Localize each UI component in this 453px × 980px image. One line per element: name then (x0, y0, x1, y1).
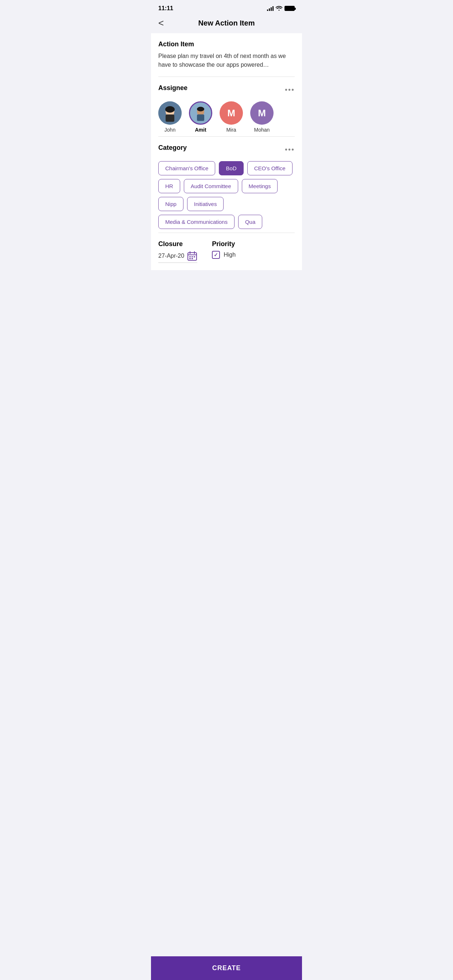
bottom-fields: Closure 27-Apr-20 Priority (158, 233, 295, 270)
avatar-amit (189, 101, 212, 125)
category-header: Category ••• (158, 144, 295, 155)
chip-chairmans-office[interactable]: Chairman's Office (158, 161, 215, 175)
action-item-label: Action Item (158, 40, 295, 48)
svg-rect-2 (166, 115, 174, 122)
assignee-section: Assignee ••• John (158, 77, 295, 137)
spacer (151, 270, 302, 336)
amit-face-svg (190, 101, 211, 125)
priority-value: High (223, 251, 236, 258)
checkbox-check-icon: ✓ (214, 252, 218, 258)
status-time: 11:11 (158, 5, 173, 12)
status-bar: 11:11 (151, 0, 302, 14)
page-title: New Action Item (198, 19, 255, 27)
priority-checkbox[interactable]: ✓ (212, 251, 220, 259)
assignee-name-mohan: Mohan (254, 127, 270, 133)
assignee-name-amit: Amit (195, 127, 206, 133)
svg-rect-16 (191, 258, 193, 259)
battery-icon (284, 6, 295, 11)
svg-rect-13 (191, 256, 193, 258)
category-label: Category (158, 144, 187, 152)
closure-date-value: 27-Apr-20 (158, 253, 184, 259)
chip-initiatives[interactable]: Initiatives (187, 197, 224, 211)
priority-group: Priority ✓ High (212, 240, 236, 263)
chip-nipp[interactable]: Nipp (158, 197, 183, 211)
assignee-mira[interactable]: M Mira (220, 101, 243, 133)
john-face-svg (158, 101, 182, 125)
calendar-icon (187, 251, 197, 261)
action-item-text: Please plan my travel on 4th of next mon… (158, 52, 295, 77)
priority-row: ✓ High (212, 251, 236, 259)
chip-ceos-office[interactable]: CEO's Office (247, 161, 292, 175)
chip-qua[interactable]: Qua (238, 215, 262, 229)
action-item-section: Action Item Please plan my travel on 4th… (158, 40, 295, 77)
svg-point-3 (165, 106, 175, 113)
svg-rect-6 (197, 115, 204, 121)
main-content: Action Item Please plan my travel on 4th… (151, 33, 302, 270)
category-more-button[interactable]: ••• (285, 145, 295, 154)
assignee-label: Assignee (158, 84, 187, 92)
chip-media-comms[interactable]: Media & Communications (158, 215, 234, 229)
assignee-amit[interactable]: Amit (189, 101, 212, 133)
status-icons (267, 5, 295, 12)
chip-audit-committee[interactable]: Audit Committee (184, 179, 238, 193)
header: < New Action Item (151, 14, 302, 33)
svg-rect-12 (189, 256, 191, 258)
signal-icon (267, 6, 274, 11)
chip-hr[interactable]: HR (158, 179, 180, 193)
chip-meetings[interactable]: Meetings (242, 179, 278, 193)
closure-date-row[interactable]: 27-Apr-20 (158, 251, 197, 263)
categories-grid: Chairman's Office BoD CEO's Office HR Au… (158, 161, 295, 229)
avatar-john (158, 101, 182, 125)
svg-rect-15 (189, 258, 191, 259)
assignee-name-john: John (164, 127, 175, 133)
avatar-mira: M (220, 101, 243, 125)
chip-bod[interactable]: BoD (219, 161, 243, 175)
avatar-mohan: M (250, 101, 274, 125)
back-button[interactable]: < (158, 18, 164, 28)
category-section: Category ••• Chairman's Office BoD CEO's… (158, 137, 295, 233)
wifi-icon (276, 5, 282, 12)
assignee-header: Assignee ••• (158, 84, 295, 95)
assignee-john[interactable]: John (158, 101, 182, 133)
assignees-row: John Amit M Mira (158, 101, 295, 133)
priority-label: Priority (212, 240, 236, 248)
assignee-name-mira: Mira (226, 127, 236, 133)
closure-label: Closure (158, 240, 197, 248)
assignee-mohan[interactable]: M Mohan (250, 101, 274, 133)
svg-point-7 (197, 107, 204, 111)
svg-rect-14 (194, 256, 195, 258)
closure-group: Closure 27-Apr-20 (158, 240, 197, 263)
assignee-more-button[interactable]: ••• (285, 86, 295, 94)
